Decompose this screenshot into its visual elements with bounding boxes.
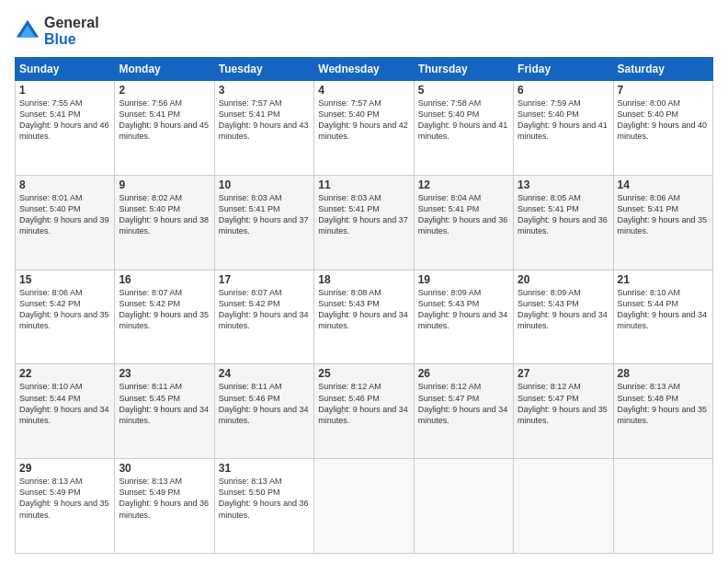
cell-text: Sunrise: 8:13 AMSunset: 5:50 PMDaylight:… xyxy=(219,476,310,521)
cell-text: Sunrise: 8:13 AMSunset: 5:48 PMDaylight:… xyxy=(618,381,709,426)
cell-text: Sunrise: 8:11 AMSunset: 5:45 PMDaylight:… xyxy=(119,381,210,426)
cell-text: Sunrise: 8:03 AMSunset: 5:41 PMDaylight:… xyxy=(318,192,409,237)
day-number: 15 xyxy=(19,273,110,286)
calendar-cell: 5Sunrise: 7:58 AMSunset: 5:40 PMDaylight… xyxy=(414,81,513,176)
cell-text: Sunrise: 8:10 AMSunset: 5:44 PMDaylight:… xyxy=(618,287,709,332)
calendar-header-saturday: Saturday xyxy=(613,58,712,81)
calendar-cell: 25Sunrise: 8:12 AMSunset: 5:46 PMDayligh… xyxy=(314,364,414,459)
cell-text: Sunrise: 8:08 AMSunset: 5:43 PMDaylight:… xyxy=(318,287,409,332)
cell-text: Sunrise: 8:11 AMSunset: 5:46 PMDaylight:… xyxy=(219,381,310,426)
cell-text: Sunrise: 8:09 AMSunset: 5:43 PMDaylight:… xyxy=(518,287,609,332)
calendar-header-monday: Monday xyxy=(115,58,214,81)
calendar-table: SundayMondayTuesdayWednesdayThursdayFrid… xyxy=(15,57,713,554)
day-number: 24 xyxy=(219,367,310,380)
calendar-header-wednesday: Wednesday xyxy=(314,58,414,81)
day-number: 22 xyxy=(19,367,110,380)
calendar-cell: 23Sunrise: 8:11 AMSunset: 5:45 PMDayligh… xyxy=(115,364,214,459)
cell-text: Sunrise: 8:07 AMSunset: 5:42 PMDaylight:… xyxy=(219,287,310,332)
calendar-cell: 1Sunrise: 7:55 AMSunset: 5:41 PMDaylight… xyxy=(16,81,115,176)
calendar-cell xyxy=(414,459,513,554)
calendar-cell: 7Sunrise: 8:00 AMSunset: 5:40 PMDaylight… xyxy=(613,81,712,176)
logo-icon xyxy=(15,18,40,44)
cell-text: Sunrise: 8:01 AMSunset: 5:40 PMDaylight:… xyxy=(19,192,110,237)
cell-text: Sunrise: 8:07 AMSunset: 5:42 PMDaylight:… xyxy=(119,287,210,332)
cell-text: Sunrise: 8:09 AMSunset: 5:43 PMDaylight:… xyxy=(418,287,509,332)
cell-text: Sunrise: 7:57 AMSunset: 5:41 PMDaylight:… xyxy=(219,98,310,143)
day-number: 16 xyxy=(119,273,210,286)
calendar-week-5: 29Sunrise: 8:13 AMSunset: 5:49 PMDayligh… xyxy=(16,459,713,554)
day-number: 3 xyxy=(219,84,310,97)
cell-text: Sunrise: 8:06 AMSunset: 5:42 PMDaylight:… xyxy=(19,287,110,332)
day-number: 18 xyxy=(318,273,409,286)
cell-text: Sunrise: 8:12 AMSunset: 5:47 PMDaylight:… xyxy=(518,381,609,426)
calendar-cell: 15Sunrise: 8:06 AMSunset: 5:42 PMDayligh… xyxy=(16,270,115,364)
calendar-header-tuesday: Tuesday xyxy=(214,58,313,81)
day-number: 1 xyxy=(19,84,110,97)
page: General Blue SundayMondayTuesdayWednesda… xyxy=(0,0,728,563)
calendar-cell: 29Sunrise: 8:13 AMSunset: 5:49 PMDayligh… xyxy=(16,459,115,554)
calendar-body: 1Sunrise: 7:55 AMSunset: 5:41 PMDaylight… xyxy=(16,81,713,554)
day-number: 29 xyxy=(19,462,110,475)
logo-text: General Blue xyxy=(44,15,99,48)
calendar-week-2: 8Sunrise: 8:01 AMSunset: 5:40 PMDaylight… xyxy=(16,175,713,270)
calendar-cell: 18Sunrise: 8:08 AMSunset: 5:43 PMDayligh… xyxy=(314,270,414,364)
calendar-cell: 21Sunrise: 8:10 AMSunset: 5:44 PMDayligh… xyxy=(613,270,712,364)
cell-text: Sunrise: 8:13 AMSunset: 5:49 PMDaylight:… xyxy=(19,476,110,521)
day-number: 21 xyxy=(618,273,709,286)
calendar-week-1: 1Sunrise: 7:55 AMSunset: 5:41 PMDaylight… xyxy=(16,81,713,176)
day-number: 5 xyxy=(418,84,509,97)
cell-text: Sunrise: 8:12 AMSunset: 5:46 PMDaylight:… xyxy=(318,381,409,426)
calendar-cell: 22Sunrise: 8:10 AMSunset: 5:44 PMDayligh… xyxy=(16,364,115,459)
calendar-cell: 31Sunrise: 8:13 AMSunset: 5:50 PMDayligh… xyxy=(214,459,313,554)
cell-text: Sunrise: 8:06 AMSunset: 5:41 PMDaylight:… xyxy=(618,192,709,237)
cell-text: Sunrise: 8:12 AMSunset: 5:47 PMDaylight:… xyxy=(418,381,509,426)
calendar-week-4: 22Sunrise: 8:10 AMSunset: 5:44 PMDayligh… xyxy=(16,364,713,459)
day-number: 31 xyxy=(219,462,310,475)
day-number: 27 xyxy=(518,367,609,380)
cell-text: Sunrise: 7:58 AMSunset: 5:40 PMDaylight:… xyxy=(418,98,509,143)
calendar-cell: 14Sunrise: 8:06 AMSunset: 5:41 PMDayligh… xyxy=(613,175,712,270)
day-number: 2 xyxy=(119,84,210,97)
day-number: 20 xyxy=(518,273,609,286)
day-number: 25 xyxy=(318,367,409,380)
calendar-cell: 6Sunrise: 7:59 AMSunset: 5:40 PMDaylight… xyxy=(514,81,613,176)
day-number: 11 xyxy=(318,178,409,191)
calendar-cell: 20Sunrise: 8:09 AMSunset: 5:43 PMDayligh… xyxy=(514,270,613,364)
calendar-cell: 2Sunrise: 7:56 AMSunset: 5:41 PMDaylight… xyxy=(115,81,214,176)
calendar-cell: 10Sunrise: 8:03 AMSunset: 5:41 PMDayligh… xyxy=(214,175,313,270)
calendar-cell: 11Sunrise: 8:03 AMSunset: 5:41 PMDayligh… xyxy=(314,175,414,270)
calendar-cell: 3Sunrise: 7:57 AMSunset: 5:41 PMDaylight… xyxy=(214,81,313,176)
cell-text: Sunrise: 8:10 AMSunset: 5:44 PMDaylight:… xyxy=(19,381,110,426)
calendar-cell: 12Sunrise: 8:04 AMSunset: 5:41 PMDayligh… xyxy=(414,175,513,270)
cell-text: Sunrise: 8:04 AMSunset: 5:41 PMDaylight:… xyxy=(418,192,509,237)
calendar-week-3: 15Sunrise: 8:06 AMSunset: 5:42 PMDayligh… xyxy=(16,270,713,364)
calendar-cell: 13Sunrise: 8:05 AMSunset: 5:41 PMDayligh… xyxy=(514,175,613,270)
calendar-cell: 17Sunrise: 8:07 AMSunset: 5:42 PMDayligh… xyxy=(214,270,313,364)
calendar-cell: 19Sunrise: 8:09 AMSunset: 5:43 PMDayligh… xyxy=(414,270,513,364)
cell-text: Sunrise: 7:55 AMSunset: 5:41 PMDaylight:… xyxy=(19,98,110,143)
cell-text: Sunrise: 7:57 AMSunset: 5:40 PMDaylight:… xyxy=(318,98,409,143)
cell-text: Sunrise: 8:13 AMSunset: 5:49 PMDaylight:… xyxy=(119,476,210,521)
calendar-header-row: SundayMondayTuesdayWednesdayThursdayFrid… xyxy=(16,58,713,81)
calendar-cell: 8Sunrise: 8:01 AMSunset: 5:40 PMDaylight… xyxy=(16,175,115,270)
day-number: 10 xyxy=(219,178,310,191)
day-number: 30 xyxy=(119,462,210,475)
calendar-cell: 24Sunrise: 8:11 AMSunset: 5:46 PMDayligh… xyxy=(214,364,313,459)
day-number: 17 xyxy=(219,273,310,286)
cell-text: Sunrise: 8:02 AMSunset: 5:40 PMDaylight:… xyxy=(119,192,210,237)
day-number: 4 xyxy=(318,84,409,97)
logo: General Blue xyxy=(15,15,99,48)
day-number: 13 xyxy=(518,178,609,191)
day-number: 12 xyxy=(418,178,509,191)
calendar-cell xyxy=(314,459,414,554)
calendar-cell: 27Sunrise: 8:12 AMSunset: 5:47 PMDayligh… xyxy=(514,364,613,459)
day-number: 9 xyxy=(119,178,210,191)
calendar-cell: 16Sunrise: 8:07 AMSunset: 5:42 PMDayligh… xyxy=(115,270,214,364)
day-number: 23 xyxy=(119,367,210,380)
cell-text: Sunrise: 8:00 AMSunset: 5:40 PMDaylight:… xyxy=(618,98,709,143)
day-number: 26 xyxy=(418,367,509,380)
calendar-cell: 28Sunrise: 8:13 AMSunset: 5:48 PMDayligh… xyxy=(613,364,712,459)
calendar-header-sunday: Sunday xyxy=(16,58,115,81)
day-number: 7 xyxy=(618,84,709,97)
calendar-cell: 9Sunrise: 8:02 AMSunset: 5:40 PMDaylight… xyxy=(115,175,214,270)
